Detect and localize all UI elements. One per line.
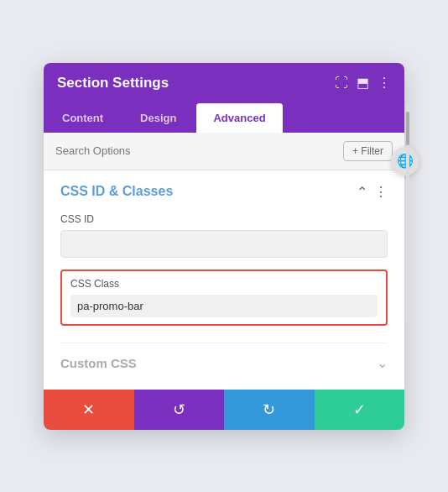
- more-icon[interactable]: ⋮: [378, 75, 391, 91]
- tab-content[interactable]: Content: [45, 103, 120, 133]
- expand-icon[interactable]: ⌄: [377, 355, 388, 371]
- css-id-input[interactable]: [60, 230, 388, 258]
- tabs-bar: Content Design Advanced: [44, 103, 404, 133]
- section-header: CSS ID & Classes ⌃ ⋮: [60, 184, 388, 200]
- section-settings-panel: Section Settings ⛶ ⬒ ⋮ Content Design Ad…: [44, 63, 404, 430]
- panel-title: Section Settings: [57, 75, 169, 92]
- cancel-button[interactable]: ✕: [44, 390, 134, 430]
- custom-css-title: Custom CSS: [60, 356, 137, 370]
- content-area: CSS ID & Classes ⌃ ⋮ CSS ID CSS Class: [44, 170, 404, 390]
- css-section-title: CSS ID & Classes: [60, 184, 173, 199]
- columns-icon[interactable]: ⬒: [357, 75, 369, 91]
- collapse-icon[interactable]: ⌃: [357, 184, 367, 200]
- panel-header: Section Settings ⛶ ⬒ ⋮: [44, 63, 404, 103]
- custom-css-section: Custom CSS ⌄: [60, 343, 388, 376]
- scrollbar[interactable]: [406, 103, 409, 323]
- header-icons: ⛶ ⬒ ⋮: [335, 75, 391, 91]
- tab-advanced[interactable]: Advanced: [196, 103, 282, 133]
- expand-icon[interactable]: ⛶: [335, 76, 348, 91]
- search-bar: + Filter: [44, 133, 404, 170]
- css-id-classes-section: CSS ID & Classes ⌃ ⋮ CSS ID CSS Class: [60, 184, 388, 326]
- footer-buttons: ✕ ↺ ↻ ✓: [44, 390, 404, 430]
- search-input[interactable]: [55, 144, 336, 157]
- css-class-label: CSS Class: [70, 278, 378, 290]
- filter-button[interactable]: + Filter: [343, 141, 393, 161]
- undo-button[interactable]: ↺: [134, 390, 225, 430]
- save-button[interactable]: ✓: [315, 390, 405, 430]
- css-id-label: CSS ID: [60, 213, 388, 225]
- section-controls: ⌃ ⋮: [357, 184, 388, 200]
- globe-button[interactable]: 🌐: [391, 147, 419, 175]
- section-more-icon[interactable]: ⋮: [374, 184, 388, 200]
- css-id-field-group: CSS ID: [60, 213, 388, 258]
- scrollbar-thumb: [406, 112, 409, 145]
- css-class-field-group-highlighted: CSS Class: [60, 270, 388, 326]
- css-class-input[interactable]: [70, 295, 378, 317]
- redo-button[interactable]: ↻: [224, 390, 315, 430]
- panel-wrapper: Section Settings ⛶ ⬒ ⋮ Content Design Ad…: [44, 63, 404, 430]
- tab-design[interactable]: Design: [123, 103, 193, 133]
